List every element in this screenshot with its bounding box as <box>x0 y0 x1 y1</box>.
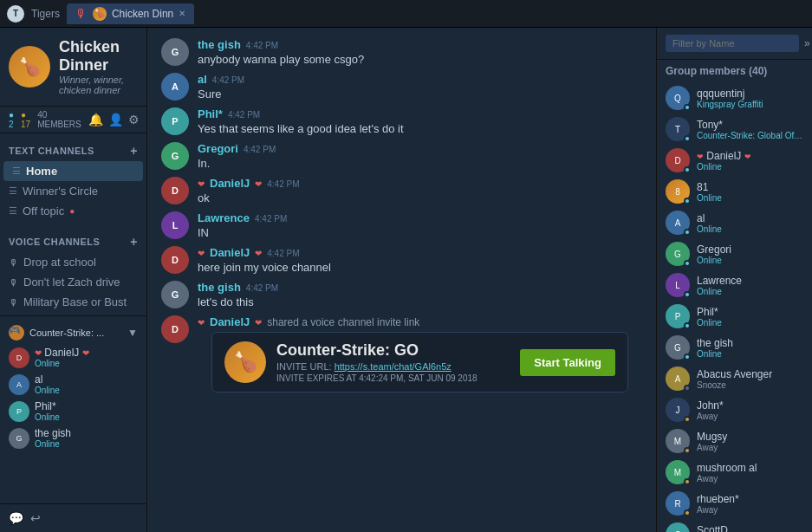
msg-avatar-5: L <box>161 211 189 239</box>
invite-message: D ❤ DanielJ ❤ shared a voice channel inv… <box>147 312 656 399</box>
game-member-phil: P Phil* Online <box>0 398 146 425</box>
msg-text-6: here join my voice channel <box>198 261 642 274</box>
member-item-9[interactable]: A Abacus Avenger Snooze <box>657 363 812 394</box>
mic-voice-icon: 🎙 <box>9 257 18 268</box>
member-item-12[interactable]: M mushroom al Away <box>657 457 812 488</box>
voice-military-base[interactable]: 🎙 Military Base or Bust <box>0 292 146 312</box>
game-member-thegish: G the gish Online <box>0 425 146 451</box>
member-game-5: Online <box>697 256 803 265</box>
add-voice-channel-icon[interactable]: + <box>130 235 138 249</box>
server-header: 🍗 Chicken Dinner Winner, winner, chicken… <box>0 28 146 107</box>
member-avatar-11: M <box>666 429 690 453</box>
member-name-3: 81 <box>697 181 803 193</box>
member-item-8[interactable]: G the gish Online <box>657 332 812 363</box>
member-game-4: Online <box>697 224 803 234</box>
msg-text-1: Sure <box>198 88 642 101</box>
tab-server-icon: 🍗 <box>93 7 107 21</box>
message-0: G the gish 4:42 PM anybody wanna play so… <box>147 35 656 69</box>
invite-shared-text: shared a voice channel invite link <box>267 316 419 328</box>
msg-author-7: the gish <box>198 281 241 294</box>
invite-link[interactable]: https://s.team/chat/GAl6n5z <box>335 361 451 372</box>
game-member-name-phil: Phil* <box>35 400 138 412</box>
member-item-5[interactable]: G Gregori Online <box>657 238 812 269</box>
channel-off-topic[interactable]: ☰ Off topic ● <box>0 201 146 221</box>
member-game-7: Online <box>697 318 803 328</box>
msg-avatar-2: P <box>161 107 189 135</box>
channel-hash-icon-3: ☰ <box>9 205 17 217</box>
msg-content-2: Phil* 4:42 PM Yes that seems like a good… <box>198 107 642 135</box>
member-game-13: Away <box>697 505 803 515</box>
voice-channel-label-1: Don't let Zach drive <box>23 276 120 289</box>
member-name-11: Mugsy <box>697 431 803 443</box>
app-icon: T <box>7 5 24 23</box>
bell-icon[interactable]: 🔔 <box>88 113 103 127</box>
member-item-14[interactable]: S ScottD Snooze <box>657 519 812 532</box>
member-game-6: Online <box>697 287 803 296</box>
game-member-name-al: al <box>35 373 138 386</box>
invite-channel-name: Counter-Strike: GO <box>276 341 510 360</box>
add-text-channel-icon[interactable]: + <box>130 144 138 158</box>
chat-tab[interactable]: 🎙 🍗 Chicken Dinn ✕ <box>67 3 194 24</box>
msg-avatar-6: D <box>161 246 189 274</box>
message-7: G the gish 4:42 PM let's do this <box>147 277 656 312</box>
msg-avatar-3: G <box>161 142 189 170</box>
channel-winners-circle[interactable]: ☰ Winner's Circle <box>0 181 146 201</box>
channel-home[interactable]: ☰ Home <box>3 161 143 181</box>
game-member-status-thegish: Online <box>35 439 138 449</box>
member-item-6[interactable]: L Lawrence Online <box>657 269 812 301</box>
member-name-2: ❤ DanielJ ❤ <box>697 150 803 162</box>
msg-time-7: 4:42 PM <box>246 283 278 293</box>
msg-content-1: al 4:42 PM Sure <box>198 73 642 101</box>
expand-game-icon[interactable]: ▼ <box>127 327 138 339</box>
member-item-4[interactable]: A al Online <box>657 207 812 238</box>
server-actions-row: ● 2 ● 17 40 MEMBERS 🔔 👤 ⚙ <box>0 107 146 133</box>
sidebar-bottom-actions: 💬 ↩ <box>0 503 146 532</box>
member-item-10[interactable]: J John* Away <box>657 394 812 425</box>
settings-icon[interactable]: ⚙ <box>128 113 140 127</box>
member-item-1[interactable]: T Tony* Counter-Strike: Global Offensive <box>657 114 812 145</box>
sidebar-chat-icon[interactable]: 💬 <box>9 511 23 525</box>
msg-time-3: 4:42 PM <box>244 145 276 154</box>
heart-left-6: ❤ <box>198 249 205 258</box>
text-channels-section: Text Channels + ☰ Home ☰ Winner's Circle… <box>0 133 146 228</box>
member-info-8: the gish Online <box>697 337 803 359</box>
add-friend-icon[interactable]: 👤 <box>108 113 123 127</box>
member-info-6: Lawrence Online <box>697 275 803 296</box>
member-game-0: Kingspray Graffiti <box>697 100 803 109</box>
members-list: Q qqquentinj Kingspray Graffiti T Tony* … <box>657 82 812 532</box>
msg-header-6: ❤ DanielJ ❤ 4:42 PM <box>198 246 642 259</box>
msg-content-invite: ❤ DanielJ ❤ shared a voice channel invit… <box>198 315 642 396</box>
msg-time-4: 4:42 PM <box>267 179 299 189</box>
member-item-11[interactable]: M Mugsy Away <box>657 425 812 457</box>
sidebar-back-icon[interactable]: ↩ <box>30 511 41 525</box>
msg-text-3: In. <box>198 157 642 170</box>
member-info-7: Phil* Online <box>697 306 803 328</box>
msg-content-4: ❤ DanielJ ❤ 4:42 PM ok <box>198 177 642 204</box>
heart-right-4: ❤ <box>255 179 262 189</box>
msg-author-6: DanielJ <box>210 246 250 259</box>
msg-header-5: Lawrence 4:42 PM <box>198 211 642 224</box>
game-header[interactable]: 🎮 Counter-Strike: ... ▼ <box>0 321 146 344</box>
filter-expand-icon[interactable]: » <box>804 37 810 49</box>
member-info-10: John* Away <box>697 399 803 421</box>
msg-header-2: Phil* 4:42 PM <box>198 107 642 120</box>
member-item-13[interactable]: R rhueben* Away <box>657 488 812 519</box>
tab-close-icon[interactable]: ✕ <box>179 9 185 18</box>
invite-url: INVITE URL: https://s.team/chat/GAl6n5z <box>276 361 510 372</box>
member-item-0[interactable]: Q qqquentinj Kingspray Graffiti <box>657 82 812 114</box>
heart-right-invite: ❤ <box>255 318 262 328</box>
game-member-avatar-phil: P <box>9 401 29 422</box>
game-member-avatar-danielj: D <box>9 347 29 368</box>
start-talking-button[interactable]: Start Talking <box>520 349 615 376</box>
member-item-7[interactable]: P Phil* Online <box>657 301 812 332</box>
voice-drop-at-school[interactable]: 🎙 Drop at school <box>0 252 146 272</box>
member-game-3: Online <box>697 193 803 203</box>
filter-input[interactable] <box>666 35 799 52</box>
member-avatar-0: Q <box>666 86 690 110</box>
member-item-3[interactable]: 8 81 Online <box>657 176 812 207</box>
channel-hash-icon: ☰ <box>12 165 21 177</box>
server-avatar: 🍗 <box>9 46 50 88</box>
member-item-2[interactable]: D ❤ DanielJ ❤ Online <box>657 145 812 176</box>
voice-dont-let-zach[interactable]: 🎙 Don't let Zach drive <box>0 272 146 292</box>
game-member-name-danielj: ❤ DanielJ ❤ <box>35 347 138 359</box>
